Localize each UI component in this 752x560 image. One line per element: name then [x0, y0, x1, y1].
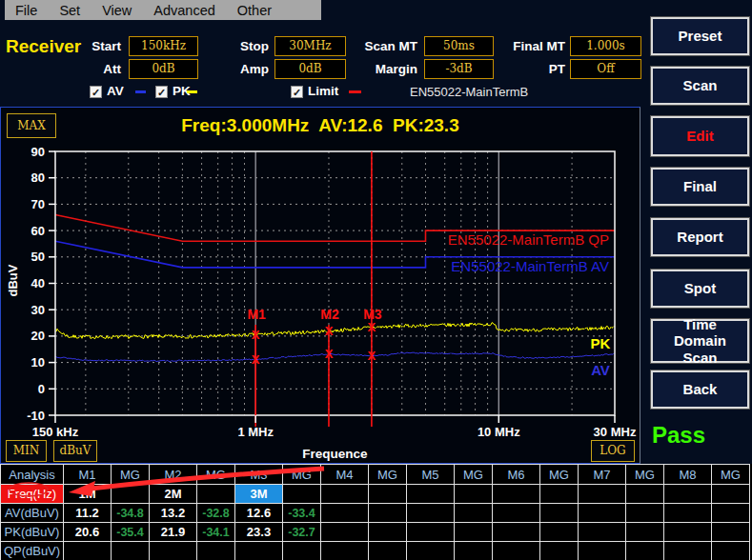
svg-text:X: X — [325, 324, 334, 338]
svg-text:Frequence: Frequence — [302, 447, 368, 461]
menu-bar: File Set View Advanced Other — [5, 0, 321, 20]
table-row-label: PK(dBuV) — [1, 523, 64, 542]
margin-label: Margin — [339, 62, 417, 76]
y-axis-unit-label: dBuV — [6, 260, 20, 302]
table-cell[interactable]: 3M — [235, 485, 283, 504]
back-button[interactable]: Back — [651, 370, 749, 409]
table-cell — [626, 504, 664, 523]
table-cell[interactable] — [407, 485, 455, 504]
att-field[interactable]: 0dB — [129, 59, 198, 79]
table-header-m6: M6 — [493, 465, 540, 485]
amp-label: Amp — [191, 62, 269, 76]
table-header-m8: M8 — [664, 465, 712, 485]
final-mt-field[interactable]: 1.000s — [570, 36, 641, 56]
pt-field[interactable]: Off — [570, 59, 641, 79]
table-header-analysis: Analysis — [1, 465, 64, 485]
svg-text:X: X — [252, 328, 260, 342]
time-domain-scan-button[interactable]: Time Domain Scan — [651, 319, 749, 363]
table-cell[interactable] — [664, 485, 712, 504]
scan-mt-field[interactable]: 50ms — [424, 36, 494, 56]
table-cell — [321, 523, 369, 542]
pk-checkbox[interactable]: ✓ — [155, 86, 168, 98]
table-cell — [493, 504, 540, 523]
svg-text:50: 50 — [31, 250, 45, 264]
limit-standard-label: EN55022-MainTermB — [410, 85, 528, 99]
table-header-m7: M7 — [579, 465, 626, 485]
svg-text:0: 0 — [38, 382, 45, 396]
table-cell — [664, 504, 712, 523]
table-cell — [540, 504, 579, 523]
report-button[interactable]: Report — [651, 218, 749, 256]
chart-readout-title: Freq:3.000MHz AV:12.6 PK:23.3 — [68, 115, 573, 136]
table-cell — [626, 542, 664, 560]
table-cell — [579, 504, 626, 523]
margin-field[interactable]: -3dB — [424, 59, 494, 79]
start-label: Start — [52, 39, 121, 53]
table-cell — [407, 523, 455, 542]
svg-text:30 MHz: 30 MHz — [594, 425, 637, 439]
table-cell — [712, 504, 750, 523]
table-cell: -34.8 — [112, 504, 150, 523]
table-cell: 12.6 — [235, 504, 283, 523]
svg-text:20: 20 — [31, 329, 45, 343]
pass-status-badge: Pass — [652, 422, 705, 449]
menu-view[interactable]: View — [102, 3, 132, 18]
table-cell — [455, 542, 493, 560]
table-header-m3: M3 — [235, 465, 283, 485]
svg-text:EN55022-MainTermB QP: EN55022-MainTermB QP — [448, 231, 609, 248]
final-button[interactable]: Final — [651, 168, 749, 206]
table-cell[interactable] — [579, 485, 626, 504]
scan-button[interactable]: Scan — [651, 67, 749, 105]
table-cell — [493, 523, 540, 542]
table-cell[interactable]: 2M — [150, 485, 197, 504]
table-header-mg-6: MG — [540, 465, 579, 485]
svg-text:X: X — [252, 352, 260, 367]
spectrum-chart-panel: MAX Freq:3.000MHz AV:12.6 PK:23.3 dBuV E… — [0, 107, 640, 464]
svg-text:M1: M1 — [247, 307, 266, 322]
table-header-m5: M5 — [407, 465, 455, 485]
final-mt-label: Final MT — [486, 39, 565, 53]
table-cell — [540, 485, 579, 504]
table-cell — [369, 485, 407, 504]
svg-text:70: 70 — [31, 197, 45, 211]
table-cell: -35.4 — [112, 523, 150, 542]
menu-other[interactable]: Other — [237, 3, 272, 18]
pk-trace-color-swatch — [187, 90, 197, 93]
preset-button[interactable]: Preset — [651, 17, 749, 55]
analysis-table: AnalysisM1MGM2MGM3MGM4MGM5MGM6MGM7MGM8MG… — [0, 464, 752, 560]
table-cell — [283, 542, 321, 560]
table-row-label: Freq(Hz) — [1, 485, 64, 504]
spot-button[interactable]: Spot — [651, 270, 749, 308]
table-cell[interactable]: 1M — [64, 485, 112, 504]
menu-set[interactable]: Set — [59, 3, 80, 18]
limit-color-swatch — [349, 90, 361, 93]
table-header-mg-1: MG — [112, 465, 150, 485]
menu-advanced[interactable]: Advanced — [153, 3, 215, 18]
log-button[interactable]: LOG — [591, 440, 635, 462]
table-cell — [579, 542, 626, 560]
table-header-m1: M1 — [64, 465, 112, 485]
min-button[interactable]: MIN — [6, 440, 47, 462]
table-cell — [540, 523, 579, 542]
menu-file[interactable]: File — [15, 3, 37, 18]
svg-text:30: 30 — [31, 303, 45, 317]
start-field[interactable]: 150kHz — [129, 36, 198, 56]
table-cell[interactable] — [493, 485, 540, 504]
limit-checkbox[interactable]: ✓ — [291, 86, 303, 98]
stop-field[interactable]: 30MHz — [274, 36, 346, 56]
edit-button[interactable]: Edit — [651, 116, 749, 156]
table-cell — [455, 485, 493, 504]
table-cell: -33.4 — [283, 504, 321, 523]
table-cell — [493, 542, 540, 560]
table-cell[interactable] — [321, 485, 369, 504]
svg-text:60: 60 — [31, 224, 45, 238]
amp-field[interactable]: 0dB — [274, 59, 346, 79]
table-cell: 23.3 — [235, 523, 283, 542]
table-cell: 13.2 — [150, 504, 197, 523]
unit-button[interactable]: dBuV — [53, 440, 97, 462]
spectrum-plot[interactable]: EN55022-MainTermB QPEN55022-MainTermB AV… — [1, 108, 641, 465]
att-label: Att — [52, 62, 121, 76]
table-cell: -34.1 — [197, 523, 235, 542]
av-checkbox[interactable]: ✓ — [90, 86, 102, 98]
max-button[interactable]: MAX — [7, 113, 56, 138]
